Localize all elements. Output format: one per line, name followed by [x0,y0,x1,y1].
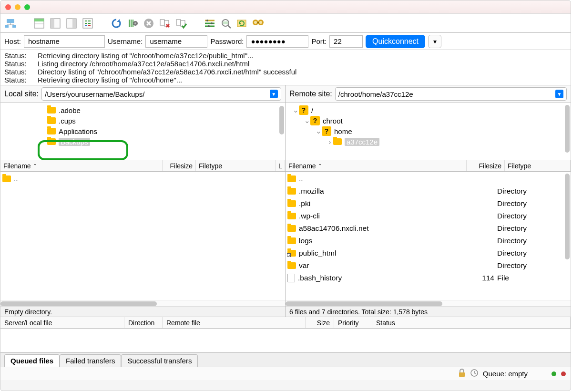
disclosure-expanded-icon[interactable]: ⌄ [304,116,310,125]
vertical-scrollbar[interactable] [565,104,570,159]
status-log[interactable]: Status:Retrieving directory listing of "… [0,50,571,85]
list-item[interactable]: .. [2,173,283,185]
lock-icon[interactable] [458,369,466,379]
chevron-down-icon[interactable]: ▼ [270,90,278,98]
col-direction[interactable]: Direction [128,319,154,327]
col-priority[interactable]: Priority [338,319,359,327]
tree-item-selected[interactable]: a37cc12e [345,138,379,146]
quickconnect-button[interactable]: Quickconnect [366,35,425,48]
reconnect-icon[interactable] [175,17,187,30]
tree-item[interactable]: .adobe [59,106,81,114]
col-filesize[interactable]: Filesize [170,162,193,170]
list-item[interactable]: a58ac14706.nxcli.netDirectory [287,222,569,235]
list-item[interactable]: ↗public_htmlDirectory [287,247,569,259]
horizontal-scrollbar[interactable] [286,300,571,306]
col-filesize[interactable]: Filesize [479,162,501,170]
list-item[interactable]: varDirectory [287,259,569,272]
list-item[interactable]: .wp-cliDirectory [287,210,569,222]
file-type: Directory [497,199,527,208]
col-remote-file[interactable]: Remote file [166,319,200,327]
directory-compare-icon[interactable] [220,17,232,30]
toggle-remote-tree-icon[interactable] [65,17,78,30]
local-path-field[interactable] [45,90,270,98]
remote-column-header[interactable]: Filename⌃ Filesize Filetype [286,160,571,172]
unknown-folder-icon: ? [310,116,320,125]
host-input[interactable] [24,35,105,48]
minimize-window-icon[interactable] [15,4,20,10]
tree-item[interactable]: / [311,106,313,114]
toggle-log-icon[interactable] [33,17,45,30]
unknown-folder-icon: ? [299,105,308,115]
svg-rect-1 [5,25,9,28]
horizontal-scrollbar[interactable] [0,300,285,306]
tree-item[interactable]: .cups [59,117,76,125]
sync-browsing-icon[interactable] [236,17,248,30]
list-item[interactable]: .. [287,173,569,185]
username-input[interactable] [145,35,207,48]
search-files-icon[interactable] [252,17,265,30]
port-input[interactable] [329,35,363,48]
col-filetype[interactable]: Filetype [199,162,222,170]
close-window-icon[interactable] [5,4,11,10]
tab-queued-files[interactable]: Queued files [4,354,60,367]
password-input[interactable] [246,35,308,48]
remote-file-list[interactable]: ...mozillaDirectory.pkiDirectory.wp-cliD… [286,172,571,300]
remote-path-input[interactable]: ▼ [335,87,567,101]
cancel-icon[interactable] [143,17,155,30]
log-line: Retrieving directory listing of "/chroot… [38,52,254,60]
local-file-list[interactable]: .. [0,172,285,300]
tree-item[interactable]: home [334,127,352,135]
tree-item[interactable]: chroot [323,117,343,125]
list-item[interactable]: logsDirectory [287,235,569,247]
list-item[interactable]: .pkiDirectory [287,197,569,210]
tree-item-selected[interactable]: Backups [59,138,90,146]
disclosure-expanded-icon[interactable]: ⌄ [292,106,299,114]
vertical-scrollbar[interactable] [279,104,284,159]
svg-rect-18 [176,20,181,25]
remote-tree[interactable]: ⌄?/ ⌄?chroot ⌄?home ›a37cc12e [286,103,571,160]
port-label: Port: [311,37,327,45]
col-lastmod[interactable]: L [278,162,282,170]
svg-rect-2 [12,25,16,28]
transfer-queue[interactable] [0,329,571,352]
col-status[interactable]: Status [376,319,395,327]
local-tree[interactable]: .adobe .cups Applications Backups [0,103,285,160]
tab-successful-transfers[interactable]: Successful transfers [121,354,198,367]
refresh-icon[interactable] [110,17,123,30]
col-server-local[interactable]: Server/Local file [4,319,52,327]
disclosure-expanded-icon[interactable]: ⌄ [315,127,322,135]
toggle-local-tree-icon[interactable] [49,17,61,30]
disconnect-icon[interactable] [159,17,171,30]
filter-icon[interactable] [204,17,216,30]
list-item[interactable]: .mozillaDirectory [287,185,569,197]
maximize-window-icon[interactable] [24,4,30,10]
disclosure-collapsed-icon[interactable]: › [327,138,333,146]
local-path-input[interactable]: ▼ [41,87,281,101]
col-size[interactable]: Size [317,319,330,327]
vertical-scrollbar[interactable] [565,173,570,299]
process-queue-icon[interactable] [126,17,139,30]
list-item[interactable]: .bash_history114File [287,272,569,284]
file-name: public_html [299,249,336,258]
file-type: File [497,274,509,282]
site-manager-icon[interactable] [4,17,17,30]
queue-header[interactable]: Server/Local file Direction Remote file … [0,317,571,329]
username-label: Username: [108,37,143,45]
chevron-down-icon[interactable]: ▼ [555,90,563,98]
col-filetype[interactable]: Filetype [508,162,531,170]
folder-icon [287,262,296,269]
col-filename[interactable]: Filename [3,162,31,170]
remote-path-field[interactable] [338,90,555,98]
quickconnect-history-dropdown[interactable]: ▾ [428,35,441,48]
tab-failed-transfers[interactable]: Failed transfers [60,354,121,367]
file-name: logs [299,237,312,245]
clock-icon[interactable] [470,369,478,378]
svg-rect-11 [72,19,76,28]
status-prefix: Status: [4,68,38,76]
local-column-header[interactable]: Filename⌃ Filesize Filetype L [0,160,285,172]
toggle-queue-icon[interactable] [82,17,94,30]
col-filename[interactable]: Filename [288,162,316,170]
tree-item[interactable]: Applications [59,127,97,135]
local-site-label: Local site: [4,90,39,98]
file-size: 114 [469,274,497,282]
